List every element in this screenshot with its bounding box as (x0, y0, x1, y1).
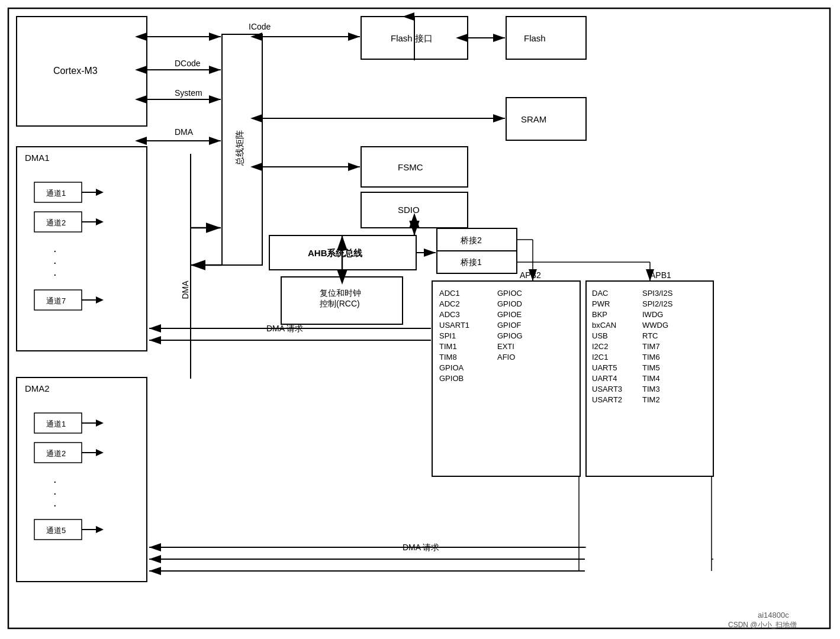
svg-text:通道2: 通道2 (46, 449, 66, 458)
svg-text:DMA 请求: DMA 请求 (403, 543, 439, 552)
svg-rect-32 (432, 281, 580, 476)
svg-rect-29 (281, 277, 403, 324)
svg-text:WWDG: WWDG (642, 321, 668, 330)
svg-rect-23 (269, 235, 416, 270)
svg-rect-5 (17, 17, 147, 126)
svg-text:APB1: APB1 (650, 270, 671, 280)
svg-text:GPIOD: GPIOD (497, 299, 522, 308)
svg-rect-27 (437, 251, 517, 273)
svg-text:ADC1: ADC1 (439, 289, 460, 298)
svg-text:ADC2: ADC2 (439, 299, 460, 308)
svg-text:I2C2: I2C2 (592, 342, 608, 351)
svg-text:·: · (53, 498, 57, 511)
svg-text:通道7: 通道7 (46, 296, 66, 305)
svg-text:DAC: DAC (592, 289, 608, 298)
svg-text:通道2: 通道2 (46, 218, 66, 227)
svg-rect-49 (586, 281, 713, 476)
svg-rect-15 (506, 17, 586, 59)
svg-text:UART5: UART5 (592, 363, 617, 372)
svg-text:GPIOG: GPIOG (497, 331, 523, 340)
svg-text:DMA1: DMA1 (25, 153, 50, 163)
svg-text:DMA: DMA (175, 127, 194, 137)
svg-rect-19 (361, 147, 468, 187)
svg-text:SPI3/I2S: SPI3/I2S (642, 289, 673, 298)
svg-text:ai14800c: ai14800c (758, 611, 789, 619)
svg-rect-17 (506, 98, 586, 140)
svg-rect-79 (34, 290, 82, 310)
svg-marker-97 (96, 419, 104, 427)
svg-text:通道5: 通道5 (46, 526, 66, 535)
svg-text:PWR: PWR (592, 299, 610, 308)
svg-text:TIM2: TIM2 (642, 395, 660, 404)
svg-text:TIM4: TIM4 (642, 374, 660, 383)
svg-rect-11 (222, 34, 262, 265)
arrows-layer: Cortex-M3 DMA1 DMA2 总线矩阵 Flash 接口 Flash … (0, 0, 840, 639)
svg-text:System: System (175, 88, 202, 98)
svg-text:总线矩阵: 总线矩阵 (234, 130, 244, 166)
svg-text:DMA2: DMA2 (25, 383, 50, 393)
svg-text:bxCAN: bxCAN (592, 321, 616, 330)
svg-text:复位和时钟: 复位和时钟 (320, 288, 361, 298)
svg-text:GPIOE: GPIOE (497, 310, 522, 319)
svg-text:BKP: BKP (592, 310, 607, 319)
svg-text:·: · (53, 244, 57, 257)
svg-text:GPIOC: GPIOC (497, 289, 522, 298)
svg-text:·: · (53, 256, 57, 269)
svg-marker-101 (96, 526, 104, 533)
svg-text:EXTI: EXTI (497, 342, 514, 351)
svg-text:DCode: DCode (175, 59, 201, 68)
svg-rect-7 (17, 147, 147, 351)
svg-rect-4 (8, 8, 830, 628)
svg-text:TIM7: TIM7 (642, 342, 660, 351)
svg-rect-74 (34, 212, 82, 232)
svg-text:通道1: 通道1 (46, 189, 66, 198)
svg-text:SPI1: SPI1 (439, 331, 456, 340)
svg-text:APB2: APB2 (520, 270, 541, 280)
svg-text:TIM5: TIM5 (642, 363, 660, 372)
svg-marker-95 (96, 296, 104, 304)
svg-text:TIM8: TIM8 (439, 353, 457, 362)
svg-text:CSDN @小小_扫地僧: CSDN @小小_扫地僧 (728, 621, 797, 629)
svg-rect-21 (361, 192, 468, 228)
svg-text:SDIO: SDIO (398, 205, 420, 215)
svg-rect-25 (437, 228, 517, 251)
svg-rect-72 (34, 182, 82, 202)
svg-text:RTC: RTC (642, 331, 658, 340)
svg-text:桥接1: 桥接1 (460, 257, 482, 267)
svg-text:UART4: UART4 (592, 374, 617, 383)
svg-text:SRAM: SRAM (521, 114, 546, 124)
svg-text:ICode: ICode (249, 22, 271, 31)
svg-text:AFIO: AFIO (497, 353, 515, 362)
svg-text:控制(RCC): 控制(RCC) (320, 299, 360, 308)
architecture-diagram: Cortex-M3 DMA1 DMA2 总线矩阵 Flash 接口 Flash … (0, 0, 840, 639)
svg-text:DMA 请求: DMA 请求 (266, 324, 303, 333)
svg-text:IWDG: IWDG (642, 310, 663, 319)
svg-rect-9 (17, 377, 147, 582)
svg-text:Flash: Flash (524, 33, 546, 43)
svg-text:USART2: USART2 (592, 395, 622, 404)
svg-text:TIM1: TIM1 (439, 342, 457, 351)
svg-marker-93 (96, 218, 104, 225)
svg-rect-83 (34, 443, 82, 463)
svg-text:Cortex-M3: Cortex-M3 (53, 66, 98, 76)
svg-text:Flash 接口: Flash 接口 (391, 33, 433, 43)
svg-text:USART3: USART3 (592, 385, 622, 393)
svg-marker-91 (96, 189, 104, 196)
svg-text:USB: USB (592, 331, 608, 340)
svg-text:TIM3: TIM3 (642, 385, 660, 393)
svg-text:通道1: 通道1 (46, 419, 66, 428)
svg-text:TIM6: TIM6 (642, 353, 660, 362)
svg-text:·: · (53, 475, 57, 488)
svg-text:SPI2/I2S: SPI2/I2S (642, 299, 673, 308)
svg-text:FSMC: FSMC (398, 162, 423, 172)
svg-rect-81 (34, 413, 82, 433)
svg-text:USART1: USART1 (439, 321, 469, 330)
svg-text:I2C1: I2C1 (592, 353, 608, 362)
svg-rect-13 (361, 17, 468, 59)
svg-text:·: · (53, 267, 57, 280)
svg-text:ADC3: ADC3 (439, 310, 460, 319)
svg-text:GPIOB: GPIOB (439, 374, 464, 383)
svg-rect-88 (34, 519, 82, 540)
svg-text:桥接2: 桥接2 (460, 235, 482, 245)
svg-text:GPIOA: GPIOA (439, 363, 464, 372)
